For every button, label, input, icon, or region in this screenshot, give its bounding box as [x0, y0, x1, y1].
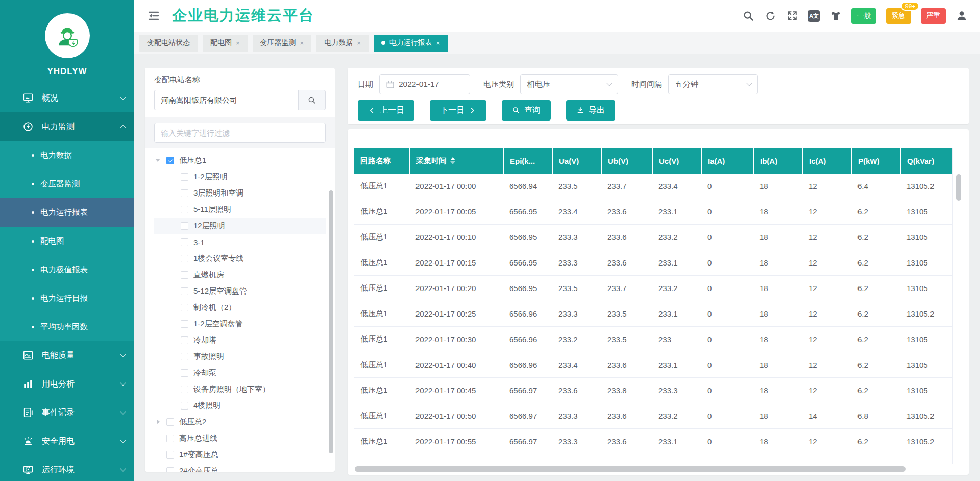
tab[interactable]: 变配电站状态 ×: [139, 35, 198, 52]
tree-node[interactable]: 1楼会议室专线: [154, 250, 326, 267]
tree-node[interactable]: 冷却泵: [154, 365, 326, 381]
table-header-cell[interactable]: Ua(V): [552, 148, 601, 174]
horizontal-scrollbar-thumb[interactable]: [355, 466, 906, 472]
tree-node[interactable]: 12层照明: [154, 218, 326, 234]
tree-node[interactable]: 制冷机（2）: [154, 299, 326, 316]
table-row[interactable]: 低压总1 2022-01-17 00:00 6566.94 233.5 233.…: [354, 174, 952, 199]
translate-icon[interactable]: A文: [808, 10, 820, 22]
tree-checkbox[interactable]: [181, 206, 188, 213]
sidebar-item-safety[interactable]: 安全用电: [0, 427, 134, 455]
sidebar-item-environment[interactable]: 运行环境: [0, 455, 134, 481]
tree-checkbox[interactable]: [166, 418, 174, 426]
sidebar-item-power-quality[interactable]: 电能质量: [0, 341, 134, 370]
tab[interactable]: 电力运行报表 ×: [374, 35, 448, 52]
table-row[interactable]: 低压总1 2022-01-17 00:25 6566.96 233.3 233.…: [354, 301, 952, 327]
tree-node[interactable]: 低压总2: [154, 414, 326, 430]
station-search-button[interactable]: [298, 90, 326, 110]
tab-close-icon[interactable]: ×: [357, 39, 361, 47]
sidebar-subitem[interactable]: 电力极值报表: [0, 255, 134, 284]
tab[interactable]: 电力数据 ×: [316, 35, 369, 52]
alarm-severe-button[interactable]: 严重: [921, 8, 946, 24]
fullscreen-icon[interactable]: [786, 10, 798, 22]
sidebar-item-usage-analysis[interactable]: 用电分析: [0, 370, 134, 398]
query-button[interactable]: 查询: [502, 100, 551, 121]
sidebar-subitem[interactable]: 电力运行日报: [0, 284, 134, 312]
refresh-icon[interactable]: [764, 10, 776, 22]
tree-node[interactable]: 直燃机房: [154, 267, 326, 283]
sidebar-subitem[interactable]: 配电图: [0, 227, 134, 255]
tree-checkbox[interactable]: [181, 173, 188, 181]
alarm-general-button[interactable]: 一般: [851, 8, 876, 24]
sort-icon[interactable]: [450, 157, 455, 164]
tree-filter-input[interactable]: [154, 123, 326, 143]
table-header-cell[interactable]: Ia(A): [701, 148, 753, 174]
tree-checkbox[interactable]: [181, 386, 188, 393]
tab[interactable]: 变压器监测 ×: [253, 35, 312, 52]
tree-node[interactable]: 1-2层空调盘管: [154, 316, 326, 332]
tree-node[interactable]: 1#变高压总: [154, 446, 326, 463]
table-row[interactable]: 低压总1 2022-01-17 00:30 6566.96 233.2 233.…: [354, 327, 952, 352]
tree-node[interactable]: 事故照明: [154, 348, 326, 365]
tree-caret-icon[interactable]: [155, 419, 166, 424]
export-button[interactable]: 导出: [566, 100, 615, 121]
tree-checkbox[interactable]: [181, 271, 188, 279]
tree-node[interactable]: 3-1: [154, 234, 326, 250]
sidebar-item-overview[interactable]: 概况: [0, 84, 134, 112]
tree-node[interactable]: 5-11层照明: [154, 201, 326, 218]
table-row[interactable]: 低压总1 2022-01-17 00:55 6566.97 233.3 233.…: [354, 429, 952, 454]
tree-checkbox[interactable]: [166, 435, 174, 442]
vertical-scrollbar-thumb[interactable]: [956, 174, 961, 201]
tab-close-icon[interactable]: ×: [300, 39, 304, 47]
sidebar-item-event-log[interactable]: 事件记录: [0, 398, 134, 427]
search-icon[interactable]: [742, 10, 754, 22]
table-header-cell[interactable]: Ub(V): [601, 148, 652, 174]
voltage-type-select[interactable]: 相电压: [520, 74, 618, 94]
sidebar-subitem[interactable]: 变压器监测: [0, 170, 134, 198]
tree-checkbox[interactable]: [181, 304, 188, 311]
tree-node[interactable]: 3层照明和空调: [154, 185, 326, 201]
tree-checkbox[interactable]: [181, 255, 188, 262]
tree-node[interactable]: 高压总进线: [154, 430, 326, 446]
table-header-cell[interactable]: Ib(A): [753, 148, 802, 174]
theme-shirt-icon[interactable]: [829, 10, 842, 22]
date-picker[interactable]: 2022-01-17: [379, 74, 470, 94]
table-row[interactable]: 低压总1 2022-01-17 00:50 6566.97 233.3 233.…: [354, 403, 952, 429]
tree-checkbox[interactable]: [181, 336, 188, 344]
tab-close-icon[interactable]: ×: [236, 39, 240, 47]
tree-node[interactable]: 1-2层照明: [154, 169, 326, 185]
tree-node[interactable]: 5-12层空调盘管: [154, 283, 326, 299]
tab-close-icon[interactable]: ×: [436, 39, 440, 47]
tree-node[interactable]: 2#变高压总: [154, 463, 326, 472]
table-row[interactable]: 低压总1 2022-01-17 00:20 6566.95 233.5 233.…: [354, 276, 952, 301]
next-day-button[interactable]: 下一日: [430, 100, 486, 121]
tree-scrollbar[interactable]: [329, 190, 333, 453]
tree-checkbox[interactable]: [181, 353, 188, 360]
table-row[interactable]: 低压总1 2022-01-17 00:40 6566.96 233.4 233.…: [354, 352, 952, 378]
table-header-cell[interactable]: 采集时间: [409, 148, 503, 174]
table-row[interactable]: 低压总1 2022-01-17 00:45 6566.97 233.6 233.…: [354, 378, 952, 403]
table-header-cell[interactable]: P(kW): [851, 148, 900, 174]
tree-node[interactable]: 冷却塔: [154, 332, 326, 348]
tree-checkbox[interactable]: [181, 189, 188, 197]
tree-checkbox[interactable]: [181, 238, 188, 246]
sidebar-item-power-monitoring[interactable]: 电力监测: [0, 112, 134, 141]
tree-node[interactable]: 设备房照明（地下室）: [154, 381, 326, 397]
table-header-cell[interactable]: 回路名称: [354, 148, 409, 174]
user-icon[interactable]: [955, 10, 968, 22]
prev-day-button[interactable]: 上一日: [358, 100, 414, 121]
table-header-cell[interactable]: Uc(V): [652, 148, 701, 174]
tree-node[interactable]: 4楼照明: [154, 397, 326, 414]
table-header-cell[interactable]: Q(kVar): [900, 148, 952, 174]
sidebar-subitem[interactable]: 电力数据: [0, 141, 134, 170]
tree-checkbox[interactable]: [181, 287, 188, 295]
tree-checkbox[interactable]: [181, 222, 188, 230]
tree-checkbox[interactable]: [166, 157, 174, 164]
menu-fold-icon[interactable]: [148, 10, 160, 22]
tree-caret-icon[interactable]: [155, 156, 166, 164]
tree-checkbox[interactable]: [181, 402, 188, 410]
table-header-cell[interactable]: Ic(A): [802, 148, 851, 174]
table-row[interactable]: 低压总1 2022-01-17 00:15 6566.95 233.3 233.…: [354, 250, 952, 276]
sidebar-subitem[interactable]: 电力运行报表: [0, 198, 134, 227]
sidebar-subitem[interactable]: 平均功率因数: [0, 312, 134, 341]
tree-checkbox[interactable]: [181, 369, 188, 377]
